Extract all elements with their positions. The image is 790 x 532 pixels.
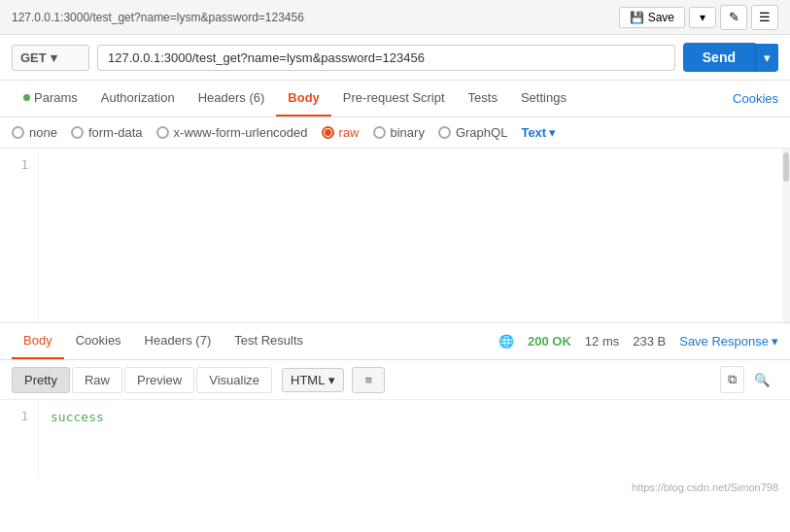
radio-none bbox=[12, 126, 24, 139]
footer-watermark: https://blog.csdn.net/Simon798 bbox=[0, 478, 790, 497]
save-response-chevron: ▾ bbox=[772, 334, 778, 349]
filter-icon: ≡ bbox=[364, 373, 372, 387]
tab-body[interactable]: Body bbox=[276, 81, 331, 116]
tab-pre-request-script[interactable]: Pre-request Script bbox=[331, 81, 457, 116]
search-btn[interactable]: 🔍 bbox=[746, 367, 778, 393]
status-badge: 200 OK bbox=[528, 334, 571, 349]
edit-icon: ✎ bbox=[729, 10, 739, 24]
method-chevron: ▾ bbox=[51, 50, 57, 65]
globe-icon[interactable]: 🌐 bbox=[498, 334, 514, 349]
option-raw[interactable]: raw bbox=[322, 125, 360, 140]
tab-params[interactable]: Params bbox=[12, 81, 89, 116]
radio-raw bbox=[322, 126, 334, 139]
send-btn-group: Send ▾ bbox=[683, 43, 778, 72]
radio-urlencoded bbox=[156, 126, 169, 139]
response-tabs-row: Body Cookies Headers (7) Test Results 🌐 … bbox=[0, 323, 790, 360]
response-tab-test-results[interactable]: Test Results bbox=[223, 323, 315, 359]
response-time: 12 ms bbox=[585, 334, 619, 349]
editor-line-numbers: 1 bbox=[0, 149, 39, 322]
filter-btn[interactable]: ≡ bbox=[352, 367, 385, 393]
response-line-numbers: 1 bbox=[0, 400, 39, 478]
response-size: 233 B bbox=[633, 334, 666, 349]
copy-btn[interactable]: ⧉ bbox=[720, 366, 744, 393]
cookies-link[interactable]: Cookies bbox=[733, 82, 778, 116]
response-tab-cookies[interactable]: Cookies bbox=[64, 323, 133, 359]
dropdown-save-btn[interactable]: ▾ bbox=[689, 7, 716, 28]
save-icon: 💾 bbox=[630, 11, 644, 24]
radio-graphql bbox=[438, 126, 451, 139]
request-tabs-row: Params Authorization Headers (6) Body Pr… bbox=[0, 81, 790, 117]
visualize-btn[interactable]: Visualize bbox=[196, 367, 272, 393]
title-bar: 127.0.0.1:3000/test_get?name=lysm&passwo… bbox=[0, 0, 790, 35]
body-options-row: none form-data x-www-form-urlencoded raw… bbox=[0, 117, 790, 149]
response-tab-headers[interactable]: Headers (7) bbox=[133, 323, 223, 359]
request-bar: GET ▾ Send ▾ bbox=[0, 35, 790, 81]
url-input[interactable] bbox=[97, 45, 675, 71]
request-body-editor: 1 bbox=[0, 149, 790, 323]
copy-icon: ⧉ bbox=[728, 372, 737, 386]
option-graphql[interactable]: GraphQL bbox=[438, 125, 507, 140]
format-chevron-icon: ▾ bbox=[328, 373, 335, 387]
params-dot bbox=[23, 94, 30, 101]
send-button[interactable]: Send bbox=[683, 43, 755, 72]
send-dropdown-btn[interactable]: ▾ bbox=[755, 44, 778, 72]
title-bar-url: 127.0.0.1:3000/test_get?name=lysm&passwo… bbox=[12, 11, 619, 24]
response-body-area: 1 success bbox=[0, 400, 790, 478]
response-meta: 🌐 200 OK 12 ms 233 B Save Response ▾ bbox=[498, 334, 778, 349]
option-binary[interactable]: binary bbox=[373, 125, 425, 140]
editor-scrollbar[interactable] bbox=[782, 149, 790, 322]
method-label: GET bbox=[20, 50, 47, 65]
radio-form-data bbox=[71, 126, 84, 139]
raw-btn[interactable]: Raw bbox=[72, 367, 122, 393]
text-format-dropdown[interactable]: Text ▾ bbox=[521, 125, 556, 140]
option-form-data[interactable]: form-data bbox=[71, 125, 143, 140]
resp-line-number: 1 bbox=[10, 408, 28, 426]
tab-headers[interactable]: Headers (6) bbox=[187, 81, 277, 116]
tab-tests[interactable]: Tests bbox=[457, 81, 509, 116]
title-bar-actions: 💾 Save ▾ ✎ ☰ bbox=[619, 5, 778, 30]
method-select[interactable]: GET ▾ bbox=[12, 45, 89, 71]
format-dropdown[interactable]: HTML ▾ bbox=[282, 368, 344, 392]
save-button[interactable]: 💾 Save bbox=[619, 7, 685, 28]
preview-btn[interactable]: Preview bbox=[124, 367, 194, 393]
send-chevron-icon: ▾ bbox=[764, 50, 771, 65]
option-urlencoded[interactable]: x-www-form-urlencoded bbox=[156, 125, 308, 140]
editor-content[interactable] bbox=[39, 149, 782, 322]
tab-authorization[interactable]: Authorization bbox=[89, 81, 187, 116]
line-number: 1 bbox=[10, 156, 28, 175]
edit-icon-btn[interactable]: ✎ bbox=[720, 5, 747, 30]
save-response-btn[interactable]: Save Response ▾ bbox=[679, 334, 778, 349]
scrollbar-thumb bbox=[783, 152, 789, 182]
response-tab-body[interactable]: Body bbox=[12, 323, 64, 359]
doc-icon-btn[interactable]: ☰ bbox=[751, 5, 778, 30]
pretty-btn[interactable]: Pretty bbox=[12, 367, 70, 393]
tab-settings[interactable]: Settings bbox=[509, 81, 578, 116]
option-none[interactable]: none bbox=[12, 125, 57, 140]
radio-binary bbox=[373, 126, 386, 139]
doc-icon: ☰ bbox=[759, 10, 771, 24]
response-content: success bbox=[39, 400, 790, 478]
search-icon: 🔍 bbox=[754, 373, 771, 387]
text-chevron-icon: ▾ bbox=[549, 125, 556, 140]
response-toolbar: Pretty Raw Preview Visualize HTML ▾ ≡ ⧉ … bbox=[0, 360, 790, 400]
